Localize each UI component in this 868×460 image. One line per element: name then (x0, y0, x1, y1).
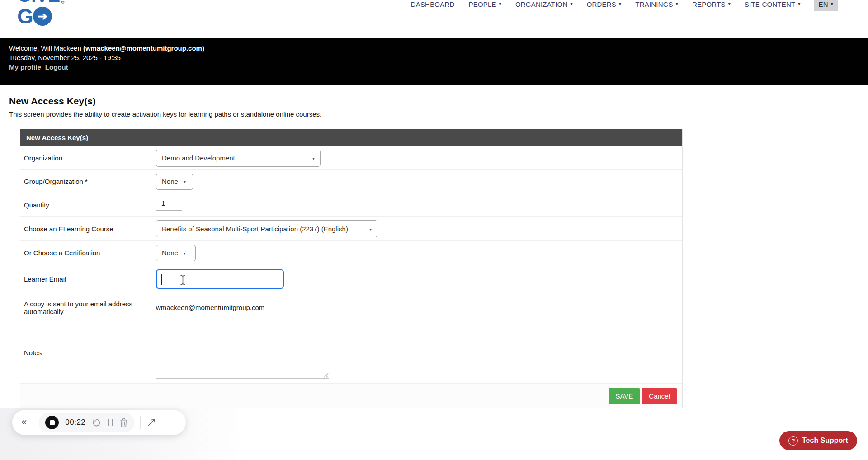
nav-label: ORDERS (587, 0, 616, 8)
cursor-icon (146, 418, 156, 427)
elearning-course-select[interactable]: Benefits of Seasonal Multi-Sport Partici… (156, 220, 377, 237)
chevron-down-icon: ▾ (570, 1, 572, 6)
nav-reports[interactable]: REPORTS ▾ (691, 0, 731, 10)
chevron-down-icon: ▾ (184, 179, 186, 184)
page-title: New Access Key(s) (9, 96, 96, 107)
tech-support-button[interactable]: ? Tech Support (779, 431, 857, 450)
nav-people[interactable]: PEOPLE ▾ (468, 0, 502, 10)
welcome-line: Welcome, Will Mackeen (wmackeen@momentum… (9, 43, 868, 53)
chevron-down-icon: ▾ (499, 1, 501, 6)
row-elearning-course: Choose an ELearning Course Benefits of S… (20, 217, 682, 241)
nav-organization[interactable]: ORGANIZATION ▾ (514, 0, 574, 10)
notes-textarea[interactable] (156, 324, 329, 379)
logo-arrow-icon: ➔ (33, 7, 52, 26)
email-copy-value: wmackeen@momentumitgroup.com (156, 304, 264, 311)
row-notes: Notes (20, 322, 682, 384)
my-profile-link[interactable]: My profile (9, 62, 41, 72)
collapse-toolbar-icon[interactable]: « (21, 416, 27, 428)
selected-value: Benefits of Seasonal Multi-Sport Partici… (162, 225, 348, 233)
save-button[interactable]: SAVE (609, 388, 640, 404)
new-access-key-panel: New Access Key(s) Organization Demo and … (20, 129, 683, 408)
chevron-down-icon: ▾ (619, 1, 621, 6)
divider (33, 416, 33, 429)
form-actions: SAVE Cancel (20, 384, 682, 408)
chevron-down-icon: ▾ (831, 1, 833, 6)
selected-value: Demo and Development (162, 154, 235, 162)
cancel-button[interactable]: Cancel (642, 388, 677, 404)
nav-dashboard[interactable]: DASHBOARD (410, 0, 456, 10)
nav-language-selector[interactable]: EN ▾ (814, 0, 838, 11)
main-nav: DASHBOARD PEOPLE ▾ ORGANIZATION ▾ ORDERS… (410, 0, 838, 11)
give-go-logo[interactable]: GIVE ID G ➔ (17, 0, 65, 27)
page: DASHBOARD PEOPLE ▾ ORGANIZATION ▾ ORDERS… (0, 0, 868, 460)
screen-recorder-toolbar: « 00:22 (12, 410, 186, 435)
field-label: Quantity (24, 201, 156, 209)
chevron-down-icon: ▾ (728, 1, 731, 6)
tech-support-label: Tech Support (802, 437, 848, 445)
field-label: Notes (24, 349, 156, 357)
user-email: (wmackeen@momentumitgroup.com) (83, 44, 204, 52)
field-label: Choose an ELearning Course (24, 225, 156, 233)
logo-small-text: ID (61, 0, 65, 4)
nav-label: DASHBOARD (411, 0, 455, 8)
divider (140, 416, 141, 429)
pause-icon (108, 419, 109, 426)
delete-recording-button[interactable] (119, 418, 128, 427)
welcome-bar: Welcome, Will Mackeen (wmackeen@momentum… (0, 38, 868, 85)
field-label: Learner Email (24, 275, 156, 283)
row-group-organization: Group/Organization * None ▾ (20, 170, 682, 193)
pause-recording-button[interactable] (108, 419, 113, 426)
cursor-highlight-toggle[interactable] (146, 418, 156, 427)
chevron-down-icon: ▾ (369, 227, 372, 232)
trash-icon (119, 418, 128, 427)
nav-trainings[interactable]: TRAININGS ▾ (634, 0, 679, 10)
restart-recording-button[interactable] (92, 418, 101, 427)
certification-select[interactable]: None ▾ (156, 245, 196, 261)
stop-icon (50, 420, 55, 425)
nav-label: SITE CONTENT (745, 0, 795, 8)
logo-letter-g: G (17, 6, 33, 27)
row-quantity: Quantity 1 (20, 193, 682, 217)
resize-grip-icon[interactable] (324, 373, 329, 378)
nav-orders[interactable]: ORDERS ▾ (586, 0, 623, 10)
learner-email-input[interactable] (156, 269, 284, 289)
row-organization: Organization Demo and Development ▾ (20, 146, 682, 170)
chevron-down-icon: ▾ (312, 156, 315, 161)
nav-label: PEOPLE (469, 0, 496, 8)
stop-recording-button[interactable] (45, 416, 59, 429)
row-certification: Or Choose a Certification None ▾ (20, 241, 682, 265)
restart-icon (92, 418, 101, 427)
nav-site-content[interactable]: SITE CONTENT ▾ (744, 0, 802, 10)
field-label: Or Choose a Certification (24, 249, 156, 257)
nav-label: REPORTS (692, 0, 726, 8)
field-label: Organization (24, 154, 156, 162)
selected-value: None (162, 178, 178, 185)
recording-timer: 00:22 (65, 418, 85, 427)
ibeam-cursor-icon (179, 274, 186, 286)
field-label: A copy is sent to your email address aut… (24, 300, 137, 315)
recording-controls-group: 00:22 (39, 413, 134, 432)
question-mark-icon: ? (788, 436, 798, 446)
page-description: This screen provides the ability to crea… (9, 110, 321, 118)
row-learner-email: Learner Email (20, 265, 682, 293)
quantity-input[interactable]: 1 (156, 199, 182, 211)
field-label: Group/Organization * (24, 178, 156, 185)
chevron-down-icon: ▾ (798, 1, 800, 6)
organization-select[interactable]: Demo and Development ▾ (156, 150, 321, 167)
nav-label: EN (819, 0, 828, 8)
chevron-down-icon: ▾ (184, 251, 186, 256)
group-organization-select[interactable]: None ▾ (156, 174, 193, 190)
text-caret (161, 274, 162, 285)
row-email-copy: A copy is sent to your email address aut… (20, 293, 682, 322)
date-line: Tuesday, November 25, 2025 - 19:35 (9, 53, 868, 62)
nav-label: TRAININGS (635, 0, 673, 8)
selected-value: None (162, 249, 178, 257)
chevron-down-icon: ▾ (676, 1, 678, 6)
panel-header: New Access Key(s) (20, 129, 682, 146)
nav-label: ORGANIZATION (515, 0, 567, 8)
logout-link[interactable]: Logout (45, 62, 68, 72)
